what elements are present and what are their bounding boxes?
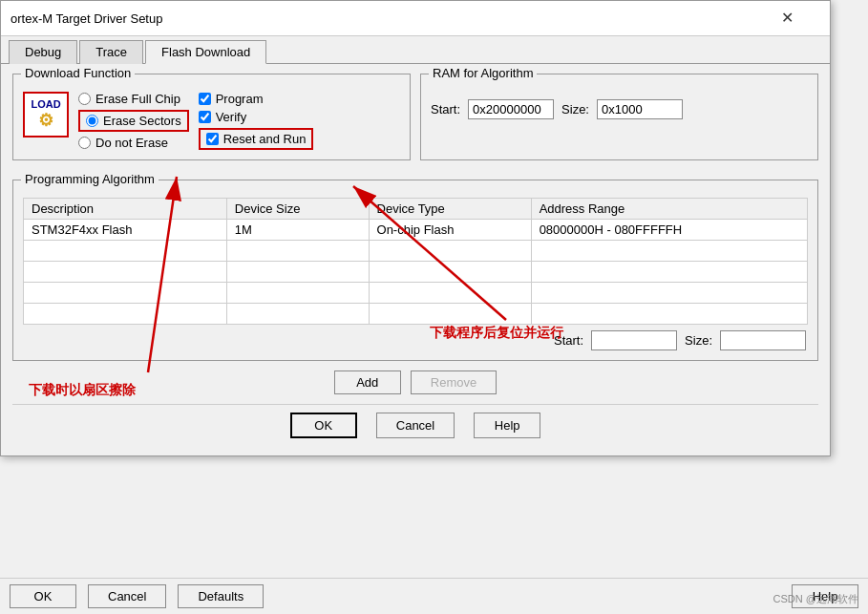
empty-row-2 <box>24 262 808 283</box>
table-row: STM32F4xx Flash 1M On-chip Flash 0800000… <box>24 220 808 241</box>
col-device-type: Device Type <box>369 199 531 220</box>
remove-button[interactable]: Remove <box>411 371 497 394</box>
radio-column: Erase Full Chip Erase Sectors Do not Era… <box>78 92 189 150</box>
ram-algorithm-group: RAM for Algorithm Start: Size: <box>420 74 818 160</box>
cell-address-range: 08000000H - 080FFFFFH <box>531 220 807 241</box>
empty-row-3 <box>24 283 808 304</box>
checkbox-program[interactable]: Program <box>199 92 314 106</box>
ram-start-input[interactable] <box>468 99 554 119</box>
bottom-bar: OK Cancel Defaults Help <box>0 578 868 614</box>
checkbox-program-label: Program <box>216 92 264 106</box>
annotation-right: 下载程序后复位并运行 <box>430 325 563 342</box>
checkboxes-column: Program Verify Reset and Run <box>199 92 314 150</box>
col-description: Description <box>24 199 227 220</box>
load-text: LOAD <box>31 98 60 110</box>
ram-start-label: Start: <box>431 102 460 116</box>
tab-trace[interactable]: Trace <box>79 40 143 64</box>
radio-do-not-erase-input[interactable] <box>78 137 91 149</box>
help-button[interactable]: Help <box>474 413 540 438</box>
algo-start-input[interactable] <box>591 330 677 350</box>
bottom-bar-left: OK Cancel Defaults <box>10 584 264 608</box>
radio-do-not-erase-label: Do not Erase <box>95 136 168 150</box>
radio-erase-sectors-input[interactable] <box>86 115 98 127</box>
empty-row-4 <box>24 304 808 325</box>
bottom-ok-button[interactable]: OK <box>10 584 76 608</box>
checkbox-program-input[interactable] <box>199 93 211 105</box>
programming-algorithm-label: Programming Algorithm <box>21 172 159 186</box>
tab-debug[interactable]: Debug <box>9 40 77 64</box>
close-button[interactable]: ✕ <box>753 7 820 30</box>
bottom-defaults-button[interactable]: Defaults <box>178 584 264 608</box>
empty-row-1 <box>24 241 808 262</box>
radio-erase-full-chip-label: Erase Full Chip <box>95 92 180 106</box>
add-button[interactable]: Add <box>334 371 401 394</box>
ram-size-input[interactable] <box>597 99 683 119</box>
title-text: ortex-M Target Driver Setup <box>11 11 162 26</box>
programming-algorithm-group: Programming Algorithm Description Device… <box>12 180 818 361</box>
dialog-buttons: OK Cancel Help <box>12 404 818 446</box>
download-function-group: Download Function LOAD ⚙ Erase Full Chip <box>12 74 411 160</box>
download-function-label: Download Function <box>21 66 135 80</box>
radio-erase-sectors-highlighted: Erase Sectors <box>78 110 189 132</box>
tabs-row: Debug Trace Flash Download <box>1 36 830 64</box>
tab-flash-download[interactable]: Flash Download <box>145 40 266 64</box>
cell-device-type: On-chip Flash <box>369 220 531 241</box>
algorithm-bottom: Start: Size: <box>23 330 808 350</box>
cell-device-size: 1M <box>226 220 369 241</box>
load-icon: LOAD ⚙ <box>23 92 69 138</box>
radio-do-not-erase[interactable]: Do not Erase <box>78 136 189 150</box>
radio-erase-sectors-label: Erase Sectors <box>103 114 181 128</box>
watermark: CSDN @远湖软件 <box>773 592 858 606</box>
algorithm-table: Description Device Size Device Type Addr… <box>23 198 808 325</box>
top-section: Download Function LOAD ⚙ Erase Full Chip <box>12 74 818 170</box>
checkbox-reset-run-input[interactable] <box>206 133 219 145</box>
col-address-range: Address Range <box>531 199 807 220</box>
checkbox-reset-run-highlighted: Reset and Run <box>199 128 314 150</box>
ram-row: Start: Size: <box>431 99 808 119</box>
algo-size-label: Size: <box>685 333 712 348</box>
checkbox-verify[interactable]: Verify <box>199 110 314 124</box>
radio-erase-full-chip-input[interactable] <box>78 93 91 105</box>
ram-size-label: Size: <box>561 102 589 116</box>
checkbox-verify-label: Verify <box>216 110 247 124</box>
algo-size-input[interactable] <box>720 330 806 350</box>
col-device-size: Device Size <box>226 199 369 220</box>
download-function-content: LOAD ⚙ Erase Full Chip Erase Sectors <box>23 92 400 150</box>
radio-erase-full-chip[interactable]: Erase Full Chip <box>78 92 189 106</box>
ok-button[interactable]: OK <box>290 413 357 438</box>
checkbox-verify-input[interactable] <box>199 111 211 123</box>
load-gear-icon: ⚙ <box>38 110 53 131</box>
cancel-button[interactable]: Cancel <box>376 413 455 438</box>
table-header-row: Description Device Size Device Type Addr… <box>24 199 808 220</box>
bottom-cancel-button[interactable]: Cancel <box>88 584 166 608</box>
checkbox-reset-run-label: Reset and Run <box>223 132 307 146</box>
ram-algorithm-label: RAM for Algorithm <box>429 66 537 80</box>
annotation-left: 下载时以扇区擦除 <box>29 382 136 399</box>
title-bar: ortex-M Target Driver Setup ✕ <box>1 1 830 36</box>
cell-description: STM32F4xx Flash <box>24 220 227 241</box>
